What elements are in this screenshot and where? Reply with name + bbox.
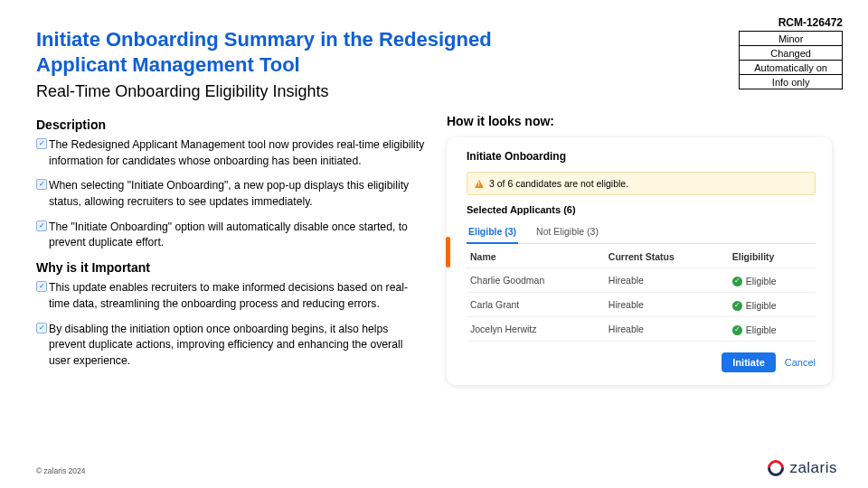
check-icon: ✓ <box>732 301 742 311</box>
description-heading: Description <box>36 117 425 132</box>
warning-icon <box>475 180 484 188</box>
description-bullet: When selecting "Initiate Onboarding", a … <box>49 178 425 210</box>
brand-icon <box>765 456 788 479</box>
important-bullet: By disabling the initiation option once … <box>49 322 425 370</box>
important-bullet: This update enables recruiters to make i… <box>49 280 425 312</box>
cell-eligibility: ✓Eligible <box>729 317 816 342</box>
cell-status: Hireable <box>605 317 729 342</box>
col-eligibility: Eligibility <box>729 246 816 268</box>
eligibility-alert: 3 of 6 candidates are not eligible. <box>467 172 816 195</box>
table-row: Carla Grant Hireable ✓Eligible <box>467 293 816 317</box>
check-icon: ✓ <box>732 277 742 286</box>
slide-title: Initiate Onboarding Summary in the Redes… <box>36 27 542 77</box>
tab-eligible[interactable]: Eligible (3) <box>467 221 518 244</box>
preview-heading: How it looks now: <box>447 114 832 128</box>
cell-name: Jocelyn Herwitz <box>467 317 605 342</box>
initiate-button[interactable]: Initiate <box>722 352 775 372</box>
selected-applicants-label: Selected Applicants (6) <box>467 204 816 215</box>
alert-text: 3 of 6 candidates are not eligible. <box>489 178 628 189</box>
cell-name: Charlie Goodman <box>467 268 605 293</box>
description-list: The Redesigned Applicant Management tool… <box>36 137 425 251</box>
cell-eligibility: ✓Eligible <box>729 293 816 317</box>
applicants-table: Name Current Status Eligibility Charlie … <box>467 246 816 342</box>
ticket-box: RCM-126472 Minor Changed Automatically o… <box>739 16 843 89</box>
ticket-tag: Info only <box>740 75 842 89</box>
brand-logo: zalaris <box>768 459 837 477</box>
cell-eligibility: ✓Eligible <box>729 268 816 293</box>
ticket-tags: Minor Changed Automatically on Info only <box>739 31 843 89</box>
description-bullet: The "Initiate Onboarding" option will au… <box>49 220 425 251</box>
important-heading: Why is it Important <box>36 260 425 275</box>
cancel-button[interactable]: Cancel <box>785 352 816 372</box>
copyright: © zalaris 2024 <box>36 466 85 475</box>
dialog-title: Initiate Onboarding <box>467 150 816 163</box>
ticket-id: RCM-126472 <box>739 16 843 29</box>
cell-status: Hireable <box>605 268 729 293</box>
important-list: This update enables recruiters to make i… <box>36 280 425 369</box>
col-name: Name <box>467 246 605 268</box>
ticket-tag: Changed <box>740 46 842 61</box>
cell-name: Carla Grant <box>467 293 605 317</box>
onboarding-dialog: Initiate Onboarding 3 of 6 candidates ar… <box>447 137 832 385</box>
tab-not-eligible[interactable]: Not Eligible (3) <box>534 221 600 243</box>
col-status: Current Status <box>605 246 729 268</box>
description-bullet: The Redesigned Applicant Management tool… <box>49 137 425 169</box>
eligibility-tabs: Eligible (3) Not Eligible (3) <box>467 221 816 244</box>
cell-status: Hireable <box>605 293 729 317</box>
slide-subtitle: Real-Time Onboarding Eligibility Insight… <box>36 82 832 101</box>
brand-text: zalaris <box>789 459 837 477</box>
ticket-tag: Minor <box>740 32 842 46</box>
ticket-tag: Automatically on <box>740 61 842 75</box>
table-row: Charlie Goodman Hireable ✓Eligible <box>467 268 816 293</box>
table-row: Jocelyn Herwitz Hireable ✓Eligible <box>467 317 816 342</box>
check-icon: ✓ <box>732 325 742 335</box>
